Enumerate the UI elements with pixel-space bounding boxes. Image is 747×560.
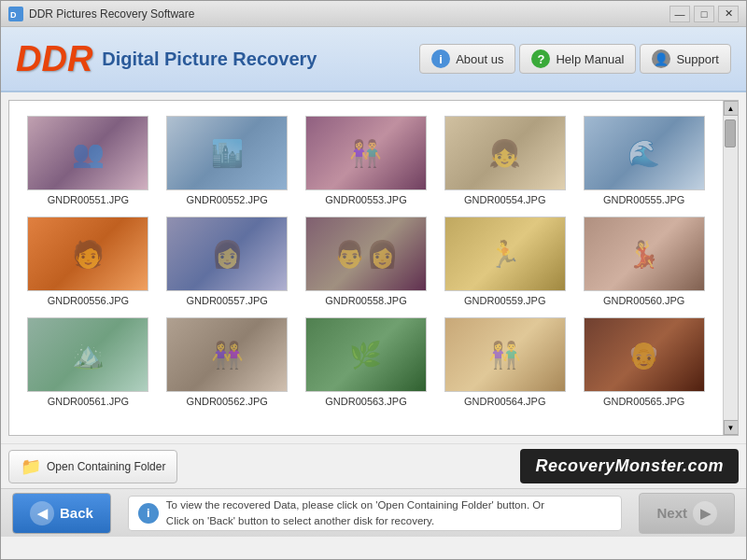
open-containing-folder-button[interactable]: 📁 Open Containing Folder (8, 450, 177, 483)
back-button[interactable]: ◀ Back (12, 493, 111, 534)
titlebar-controls: — □ ✕ (669, 6, 739, 22)
image-item[interactable]: 💃GNDR00560.JPG (574, 211, 713, 312)
image-item[interactable]: 👨‍👩GNDR00558.JPG (297, 211, 436, 312)
thumbnail: 👴 (584, 317, 705, 392)
image-item[interactable]: 👩GNDR00557.JPG (158, 211, 297, 312)
photo-block: 👴 (585, 318, 704, 391)
thumbnail: 🏔️ (27, 317, 148, 392)
scroll-thumb[interactable] (725, 119, 736, 147)
image-item[interactable]: 👴GNDR00565.JPG (574, 312, 713, 413)
image-filename: GNDR00554.JPG (464, 194, 545, 205)
image-item[interactable]: 👧GNDR00554.JPG (435, 110, 574, 211)
recovery-monster-badge: RecoveryMonster.com (520, 449, 739, 483)
scroll-up-button[interactable]: ▲ (724, 101, 739, 116)
maximize-button[interactable]: □ (694, 6, 714, 22)
photo-block: 🌊 (585, 117, 704, 189)
next-button[interactable]: Next ▶ (639, 493, 735, 534)
back-arrow-icon: ◀ (30, 501, 54, 525)
thumbnail: 👫 (444, 317, 566, 392)
image-filename: GNDR00562.JPG (186, 396, 267, 407)
image-item[interactable]: 🏔️GNDR00561.JPG (19, 312, 158, 413)
image-item[interactable]: 🌿GNDR00563.JPG (297, 312, 436, 413)
thumbnail: 👩 (166, 217, 288, 291)
footer-info-text: To view the recovered Data, please click… (166, 497, 544, 527)
image-filename: GNDR00559.JPG (464, 295, 545, 306)
image-filename: GNDR00556.JPG (48, 295, 129, 306)
image-item[interactable]: 👫GNDR00564.JPG (435, 312, 574, 413)
minimize-button[interactable]: — (669, 6, 690, 22)
photo-block: 🏙️ (167, 117, 287, 189)
info-box: i To view the recovered Data, please cli… (128, 496, 623, 531)
close-button[interactable]: ✕ (718, 6, 739, 22)
folder-icon: 📁 (21, 456, 41, 477)
support-icon: 👤 (652, 49, 670, 68)
image-filename: GNDR00555.JPG (603, 194, 684, 205)
thumbnail: 🏙️ (166, 116, 288, 190)
support-button[interactable]: 👤 Support (640, 44, 731, 74)
image-item[interactable]: 👭GNDR00562.JPG (158, 312, 297, 413)
image-item[interactable]: 🏃GNDR00559.JPG (435, 211, 574, 312)
scrollbar[interactable]: ▲ ▼ (723, 101, 738, 435)
info-line1: To view the recovered Data, please click… (166, 499, 544, 511)
thumbnail: 👭 (166, 317, 288, 392)
thumbnail: 🌊 (584, 116, 705, 190)
thumbnail: 👨‍👩 (305, 217, 427, 291)
image-item[interactable]: 🌊GNDR00555.JPG (574, 110, 713, 211)
header: DDR Digital Picture Recovery i About us … (1, 27, 746, 92)
info-icon: i (431, 49, 450, 68)
image-item[interactable]: 🧑GNDR00556.JPG (19, 211, 158, 312)
thumbnail: 🧑 (27, 217, 148, 291)
thumbnail: 👥 (27, 116, 148, 190)
thumbnail: 👧 (444, 116, 566, 190)
photo-block: 👭 (167, 318, 287, 391)
help-manual-label: Help Manual (556, 52, 624, 66)
photo-block: 👩 (167, 217, 287, 290)
image-filename: GNDR00564.JPG (464, 396, 545, 407)
photo-block: 👫 (306, 117, 426, 189)
open-folder-label: Open Containing Folder (47, 460, 165, 473)
recovery-monster-text: RecoveryMonster.com (535, 456, 724, 475)
thumbnail: 🏃 (444, 217, 566, 291)
image-filename: GNDR00558.JPG (325, 295, 406, 306)
image-filename: GNDR00563.JPG (325, 396, 406, 407)
about-us-label: About us (456, 52, 503, 66)
help-manual-button[interactable]: ? Help Manual (519, 44, 636, 74)
help-icon: ? (531, 49, 550, 68)
footer: ◀ Back i To view the recovered Data, ple… (1, 488, 746, 537)
images-grid: 👥GNDR00551.JPG🏙️GNDR00552.JPG👫GNDR00553.… (9, 101, 738, 422)
photo-block: 👫 (445, 318, 565, 391)
image-item[interactable]: 🏙️GNDR00552.JPG (158, 110, 297, 211)
titlebar-title: DDR Pictures Recovery Software (29, 7, 194, 21)
image-filename: GNDR00551.JPG (48, 194, 129, 205)
photo-block: 🏃 (445, 217, 565, 290)
ddr-logo-text: DDR (16, 41, 92, 77)
image-filename: GNDR00560.JPG (603, 295, 684, 306)
image-filename: GNDR00565.JPG (603, 396, 684, 407)
photo-block: 🏔️ (28, 318, 148, 391)
thumbnail: 💃 (584, 217, 705, 291)
titlebar: D DDR Pictures Recovery Software — □ ✕ (1, 1, 746, 27)
image-item[interactable]: 👥GNDR00551.JPG (19, 110, 158, 211)
about-us-button[interactable]: i About us (419, 44, 515, 74)
footer-info-icon: i (138, 503, 159, 524)
app-icon: D (8, 7, 23, 21)
thumbnail: 👫 (305, 116, 427, 190)
image-filename: GNDR00561.JPG (48, 396, 129, 407)
svg-text:D: D (10, 10, 17, 20)
photo-block: 💃 (585, 217, 704, 290)
photo-block: 👧 (445, 117, 565, 189)
photo-block: 👨‍👩 (306, 217, 426, 290)
image-filename: GNDR00552.JPG (186, 194, 267, 205)
next-label: Next (656, 505, 687, 521)
photo-block: 🌿 (306, 318, 426, 391)
image-filename: GNDR00553.JPG (325, 194, 406, 205)
scroll-down-button[interactable]: ▼ (724, 420, 739, 435)
header-buttons: i About us ? Help Manual 👤 Support (419, 44, 731, 74)
image-item[interactable]: 👫GNDR00553.JPG (297, 110, 436, 211)
info-line2: Click on 'Back' button to select another… (166, 515, 434, 526)
photo-block: 🧑 (28, 217, 148, 290)
thumbnail: 🌿 (305, 317, 427, 392)
main-content: 👥GNDR00551.JPG🏙️GNDR00552.JPG👫GNDR00553.… (8, 100, 739, 436)
scroll-track (724, 116, 739, 420)
app-title: Digital Picture Recovery (102, 49, 317, 70)
